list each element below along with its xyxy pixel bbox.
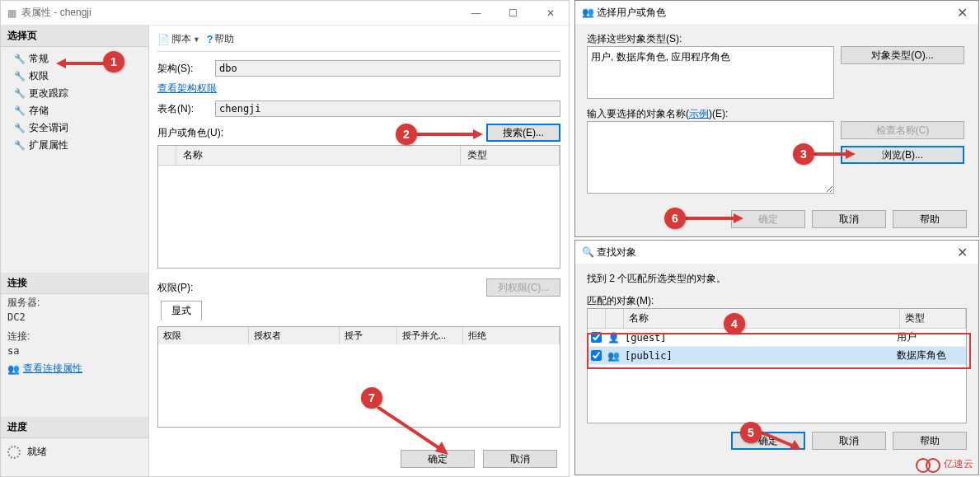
svg-marker-9 xyxy=(734,213,743,223)
schema-label: 架构(S): xyxy=(157,62,215,76)
search-button[interactable]: 搜索(E)... xyxy=(486,124,560,142)
callout-2: 2 xyxy=(396,124,417,145)
select-user-role-dialog: 👥 选择用户或角色 ✕ 选择这些对象类型(S): 用户, 数据库角色, 应用程序… xyxy=(574,0,979,237)
names-label: 输入要选择的对象名称 xyxy=(587,108,686,119)
cancel-button[interactable]: 取消 xyxy=(812,432,886,450)
window-title: 表属性 - chengji xyxy=(21,6,91,20)
close-button[interactable]: ✕ xyxy=(532,1,569,26)
col-name: 名称 xyxy=(624,309,900,328)
progress-status: 就绪 xyxy=(27,445,47,459)
svg-marker-1 xyxy=(56,58,66,68)
server-value: DC2 xyxy=(1,311,148,328)
wrench-icon: 🔧 xyxy=(14,140,26,151)
found-message: 找到 2 个匹配所选类型的对象。 xyxy=(587,272,967,286)
cancel-button[interactable]: 取消 xyxy=(483,450,557,468)
close-button[interactable]: ✕ xyxy=(945,245,978,260)
match-label: 匹配的对象(M): xyxy=(587,294,967,308)
maximize-button[interactable]: ☐ xyxy=(495,1,532,26)
server-label: 服务器: xyxy=(1,294,148,311)
grid-col-type: 类型 xyxy=(461,146,560,165)
sidebar-item-extended-props[interactable]: 🔧扩展属性 xyxy=(1,137,148,154)
watermark: 亿速云 xyxy=(916,456,973,472)
svg-marker-5 xyxy=(846,149,856,159)
minimize-button[interactable]: — xyxy=(457,1,495,26)
users-roles-label: 用户或角色(U): xyxy=(157,126,223,140)
conn-label: 连接: xyxy=(1,328,148,345)
example-link[interactable]: 示例 xyxy=(689,108,709,119)
callout-5: 5 xyxy=(740,422,762,443)
script-dropdown[interactable]: 📄脚本 ▼ xyxy=(157,32,200,46)
wrench-icon: 🔧 xyxy=(14,71,26,82)
wrench-icon: 🔧 xyxy=(14,123,26,133)
svg-line-10 xyxy=(377,407,442,450)
sidebar: 选择页 🔧常规 🔧权限 🔧更改跟踪 🔧存储 🔧安全谓词 🔧扩展属性 连接 服务器… xyxy=(1,26,149,476)
svg-marker-3 xyxy=(473,129,483,139)
cancel-button[interactable]: 取消 xyxy=(812,210,886,228)
search-icon: 🔍 xyxy=(582,246,594,258)
dialog-title: 选择用户或角色 xyxy=(597,6,666,20)
column-permissions-button: 列权限(C)... xyxy=(486,278,560,297)
dialog-title: 查找对象 xyxy=(597,246,636,260)
view-schema-perm-link[interactable]: 查看架构权限 xyxy=(157,82,217,94)
sidebar-item-security-predicate[interactable]: 🔧安全谓词 xyxy=(1,119,148,137)
wrench-icon: 🔧 xyxy=(14,105,26,116)
schema-input xyxy=(215,60,560,77)
check-names-button: 检查名称(C) xyxy=(841,121,964,139)
redbox-rows xyxy=(587,333,971,369)
callout-6: 6 xyxy=(664,208,686,229)
col-type: 类型 xyxy=(900,309,966,328)
help-button[interactable]: 帮助 xyxy=(893,432,967,450)
people-icon: 👥 xyxy=(7,363,20,375)
user-role-icon: 👥 xyxy=(582,7,594,18)
table-name-label: 表名(N): xyxy=(157,102,215,116)
wrench-icon: 🔧 xyxy=(14,54,26,64)
toolbar: 📄脚本 ▼ ?帮助 xyxy=(157,32,560,52)
callout-3: 3 xyxy=(793,143,814,165)
perm-grid-body[interactable] xyxy=(158,344,560,427)
watermark-icon xyxy=(916,456,940,472)
types-label: 选择这些对象类型(S): xyxy=(587,32,967,46)
callout-7: 7 xyxy=(361,387,382,409)
wrench-icon: 🔧 xyxy=(14,88,26,99)
callout-4: 4 xyxy=(724,313,745,334)
explicit-tab[interactable]: 显式 xyxy=(161,301,202,320)
perm-header: 权限 授权者 授予 授予并允... 拒绝 xyxy=(158,327,560,344)
progress-header: 进度 xyxy=(1,417,148,438)
table-icon: ▦ xyxy=(7,7,16,19)
connection-header: 连接 xyxy=(1,273,148,294)
svg-line-6 xyxy=(762,433,795,447)
conn-value: sa xyxy=(1,345,148,362)
types-textbox: 用户, 数据库角色, 应用程序角色 xyxy=(587,46,834,99)
object-types-button[interactable]: 对象类型(O)... xyxy=(841,46,964,64)
close-button[interactable]: ✕ xyxy=(945,5,978,21)
permissions-label: 权限(P): xyxy=(157,281,193,295)
chevron-down-icon: ▼ xyxy=(193,35,200,44)
main-panel: 📄脚本 ▼ ?帮助 架构(S): 查看架构权限 表名(N): 用户或角色(U):… xyxy=(149,26,569,476)
callout-1: 1 xyxy=(103,51,124,72)
browse-button[interactable]: 浏览(B)... xyxy=(841,146,964,164)
titlebar: 👥 选择用户或角色 ✕ xyxy=(575,1,978,24)
help-button[interactable]: 帮助 xyxy=(893,210,967,228)
view-conn-props-link[interactable]: 查看连接属性 xyxy=(23,362,82,376)
sidebar-item-change-tracking[interactable]: 🔧更改跟踪 xyxy=(1,85,148,102)
table-name-input xyxy=(215,101,560,117)
grid-col-icon xyxy=(158,146,176,165)
spinner-icon xyxy=(7,446,21,459)
grid-col-name: 名称 xyxy=(176,146,461,165)
sidebar-item-storage[interactable]: 🔧存储 xyxy=(1,102,148,119)
select-page-header: 选择页 xyxy=(1,26,148,47)
users-roles-grid[interactable]: 名称 类型 xyxy=(157,145,560,269)
titlebar: ▦ 表属性 - chengji — ☐ ✕ xyxy=(1,1,569,26)
script-icon: 📄 xyxy=(157,34,170,45)
table-properties-dialog: ▦ 表属性 - chengji — ☐ ✕ 选择页 🔧常规 🔧权限 🔧更改跟踪 … xyxy=(0,0,570,477)
help-icon: ? xyxy=(207,34,213,45)
help-button[interactable]: ?帮助 xyxy=(207,32,234,46)
titlebar: 🔍 查找对象 ✕ xyxy=(575,241,978,264)
